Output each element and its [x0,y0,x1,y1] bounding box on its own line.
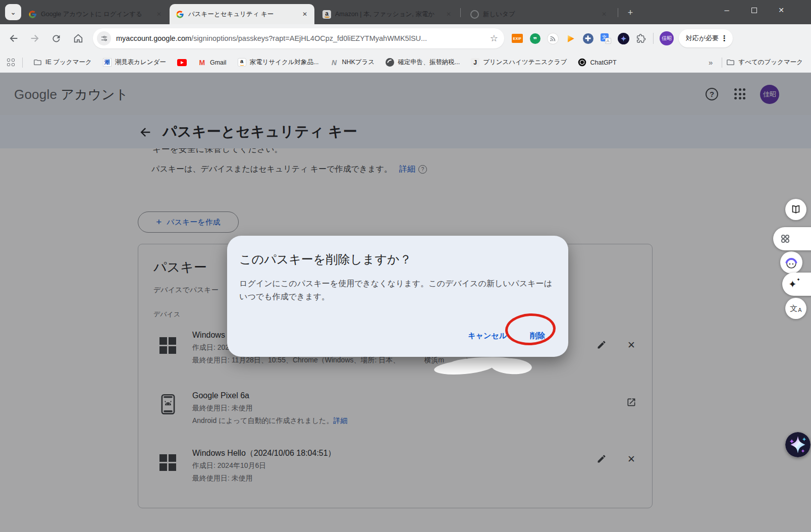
bookmarks-overflow-icon[interactable]: » [704,58,718,67]
window-maximize-button[interactable] [742,0,766,20]
home-button[interactable] [70,30,87,47]
ai-sparkle-extension-icon[interactable] [617,32,629,44]
tab-google-signin[interactable]: Google アカウントに ログインする ✕ [22,4,169,24]
rss-extension-icon[interactable] [547,32,559,44]
bookmark-label: ChatGPT [590,59,616,66]
gemini-fab[interactable] [785,432,810,457]
bookmark-ie-folder[interactable]: IE ブックマーク [33,58,92,67]
bookmark-youtube[interactable] [177,59,187,66]
reading-mode-fab[interactable] [785,199,806,220]
attention-required-chip[interactable]: 対応が必要 ⋮ [679,29,733,47]
tab-passkeys-active[interactable]: パスキーとセキュリティ キー ✕ [170,4,314,24]
bookmark-star-icon[interactable]: ☆ [490,33,498,44]
url-text: myaccount.google.com/signinoptions/passk… [116,34,490,42]
tab-close-icon[interactable]: ✕ [300,10,309,19]
bookmark-gmail[interactable]: M Gmail [198,58,227,67]
dialog-body: ログインにこのパスキーを使用できなくなります。このデバイスの新しいパスキーはいつ… [239,277,553,303]
bookmark-etax[interactable]: 確定申告、振替納税... [386,58,460,67]
bookmark-label: IE ブックマーク [45,58,92,67]
exif-extension-icon[interactable]: EXIF [511,32,523,44]
bookmark-chatgpt[interactable]: ChatGPT [578,58,616,67]
url-path: /signinoptions/passkeys?rapt=AEjHL4OCpz_… [191,34,427,42]
chevron-down-icon: ⌄ [10,8,16,16]
all-bookmarks-button[interactable]: すべてのブックマーク [726,58,803,67]
tab-close-icon[interactable]: ✕ [600,10,609,19]
plus-extension-icon[interactable] [582,32,594,44]
cancel-button[interactable]: キャンセル [468,331,507,341]
folder-icon [726,58,735,67]
extensions-row: EXIF ❞ 文A [511,32,647,44]
tab-close-icon[interactable]: ✕ [154,10,164,19]
tab-amazon[interactable]: a Amazon | 本, ファッション, 家電か ✕ [316,4,458,24]
maximize-icon [751,8,757,13]
bookmark-label: 確定申告、振替納税... [398,58,460,67]
amazon-icon: a [238,58,246,67]
sparkle-icon: ✦✦ [788,278,797,290]
menu-kebab-icon[interactable]: ⋮ [719,34,730,43]
back-button[interactable] [5,30,22,47]
bookmark-label: 潮見表カレンダー [115,58,166,67]
site-info-icon[interactable] [97,31,111,45]
tab-search-button[interactable]: ⌄ [5,4,21,20]
assistant-character-fab[interactable] [780,251,802,274]
tab-separator [618,8,618,17]
tab-close-icon[interactable]: ✕ [444,10,453,19]
tab-new-tab[interactable]: 新しいタブ ✕ [464,4,614,24]
google-favicon [28,10,37,19]
tab-separator [460,8,461,17]
url-host: myaccount.google.com [116,34,191,42]
dialog-title: このパスキーを削除しますか？ [239,251,412,268]
tab-strip: ⌄ Google アカウントに ログインする ✕ パスキーとセキュリティ キー … [0,0,811,24]
bookmark-label: NHKプラス [342,58,374,67]
j-icon: J [471,58,479,67]
toolbar-separator [653,33,654,44]
amazon-favicon: a [322,10,331,19]
assistant-face-icon [784,255,798,270]
browser-toolbar: myaccount.google.com/signinoptions/passk… [0,24,811,52]
window-close-button[interactable]: ✕ [770,0,793,20]
ai-sparkle-fab[interactable]: ✦✦ [782,273,811,296]
bookmark-label: 家電リサイクル対象品... [250,58,319,67]
folder-icon [33,58,42,67]
translate-fab[interactable]: 文A [785,298,806,319]
new-tab-button[interactable]: + [624,6,637,19]
sidepanel-fab[interactable] [773,227,811,250]
chip-label: 対応が必要 [686,34,719,43]
apps-grid-icon[interactable] [7,59,15,67]
bookmark-tide-calendar[interactable]: 潮 潮見表カレンダー [103,58,166,67]
reload-button[interactable] [47,30,65,47]
etax-globe-icon [386,58,394,67]
tab-title: Google アカウントに ログインする [41,10,150,19]
bookmarks-separator [22,58,23,68]
chrome-favicon [470,10,479,19]
bookmarks-separator [722,58,722,68]
translate-icon-a: A [798,307,801,313]
bookmarks-bar: IE ブックマーク 潮 潮見表カレンダー M Gmail a 家電リサイクル対象… [0,52,811,73]
play-extension-icon[interactable] [564,32,576,44]
youtube-icon [177,59,187,66]
tab-title: 新しいタブ [483,10,596,19]
window-minimize-button[interactable]: ─ [715,0,738,20]
google-favicon [176,10,184,19]
bookmark-label: プリンスハイツテニスクラブ [483,58,567,67]
bookmark-label: Gmail [210,59,227,66]
nhk-icon: N [330,58,338,67]
profile-avatar[interactable]: 佳昭 [660,31,674,45]
forward-button[interactable] [26,30,43,47]
address-bar[interactable]: myaccount.google.com/signinoptions/passk… [93,28,504,48]
book-icon [790,204,801,215]
bookmark-tennis-club[interactable]: J プリンスハイツテニスクラブ [471,58,567,67]
bookmark-label: すべてのブックマーク [738,58,803,67]
translate-icon: 文 [790,304,797,313]
tab-title: Amazon | 本, ファッション, 家電か [335,10,440,19]
translate-extension-icon[interactable]: 文A [600,32,612,44]
bookmark-nhk-plus[interactable]: N NHKプラス [330,58,374,67]
chatgpt-icon [578,58,586,67]
quote-extension-icon[interactable]: ❞ [529,32,541,44]
bookmark-recycle[interactable]: a 家電リサイクル対象品... [238,58,319,67]
clover-icon [779,233,791,245]
tab-title: パスキーとセキュリティ キー [188,10,296,19]
tide-icon: 潮 [103,58,112,67]
extensions-puzzle-icon[interactable] [635,32,647,44]
gmail-icon: M [198,58,206,67]
